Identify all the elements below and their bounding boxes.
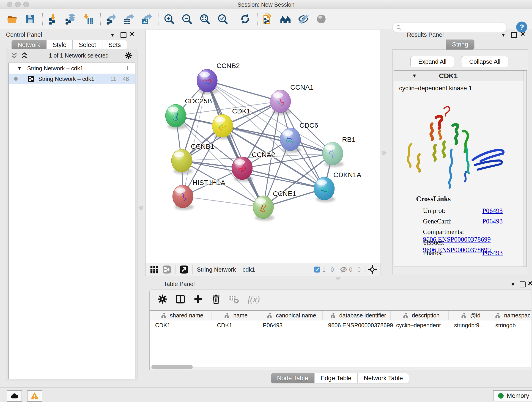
function-builder-button[interactable]: f(x) bbox=[248, 294, 260, 304]
column-header-name[interactable]: name bbox=[211, 311, 257, 320]
crosslink-link[interactable]: P06493 bbox=[482, 249, 503, 256]
warnings-button[interactable] bbox=[27, 390, 42, 402]
zoom-selected-button[interactable] bbox=[216, 13, 229, 26]
table-cell[interactable]: CDK1 bbox=[211, 320, 257, 330]
hidden-eye-icon[interactable] bbox=[340, 266, 347, 273]
table-cell[interactable]: 9606.ENSP00000378699 bbox=[323, 320, 391, 330]
birdseye-view-icon[interactable] bbox=[150, 265, 159, 274]
tab-network-table[interactable]: Network Table bbox=[358, 373, 409, 383]
save-session-button[interactable] bbox=[24, 13, 37, 26]
panel-menu-icon[interactable]: ▼ bbox=[501, 32, 506, 38]
tab-string[interactable]: String bbox=[446, 39, 475, 50]
column-header-shared-name[interactable]: shared name bbox=[150, 311, 211, 320]
expand-all-icon[interactable] bbox=[20, 51, 28, 59]
scrollbar-thumb[interactable] bbox=[152, 365, 193, 369]
annotation-mode-icon[interactable] bbox=[162, 265, 171, 274]
network-tree-row[interactable]: ▼ String Network – cdk1 1 bbox=[9, 63, 135, 74]
memory-button[interactable]: Memory bbox=[493, 390, 532, 401]
string-home-button[interactable] bbox=[279, 13, 292, 26]
crosslink-link[interactable]: P06493 bbox=[482, 217, 503, 225]
detach-view-icon[interactable] bbox=[180, 265, 188, 274]
zoom-out-button[interactable] bbox=[181, 13, 193, 26]
network-list-toolbar: 1 of 1 Network selected bbox=[6, 49, 137, 62]
collapse-node-icon[interactable]: ▼ bbox=[17, 66, 22, 71]
gear-icon[interactable] bbox=[124, 51, 133, 60]
crosslink-link[interactable]: P06493 bbox=[482, 207, 503, 214]
add-column-button[interactable] bbox=[192, 293, 205, 306]
float-panel-icon[interactable] bbox=[520, 281, 526, 287]
collapse-section-icon[interactable]: ▼ bbox=[412, 73, 417, 79]
network-node-CCNA2[interactable] bbox=[232, 157, 253, 180]
export-image-button[interactable] bbox=[140, 13, 153, 26]
float-panel-icon[interactable] bbox=[120, 32, 127, 38]
close-panel-icon[interactable]: × bbox=[130, 31, 134, 37]
tab-node-table[interactable]: Node Table bbox=[271, 373, 314, 383]
network-tree-row[interactable]: String Network – cdk1 11 48 bbox=[9, 74, 135, 84]
zoom-in-button[interactable] bbox=[163, 13, 176, 26]
network-node-CCNB1[interactable] bbox=[171, 149, 192, 172]
delete-column-button[interactable] bbox=[210, 293, 222, 306]
table-settings-button[interactable] bbox=[156, 293, 169, 306]
hide-selected-button[interactable] bbox=[297, 13, 310, 26]
column-header-description[interactable]: description bbox=[391, 311, 449, 320]
collapse-all-button[interactable]: Collapse All bbox=[461, 56, 508, 67]
memory-status-dot bbox=[498, 393, 504, 399]
table-cell[interactable]: CDK1 bbox=[150, 320, 211, 330]
table-cell[interactable]: cyclin–dependent ... bbox=[391, 320, 449, 330]
delete-table-button[interactable] bbox=[228, 293, 240, 306]
table-cell[interactable]: stringdb:9... bbox=[449, 320, 490, 330]
node-label: RB1 bbox=[342, 136, 355, 143]
network-node-CDC25B[interactable] bbox=[165, 104, 186, 127]
expand-all-button[interactable]: Expand All bbox=[410, 56, 454, 67]
toggle-panes-button[interactable] bbox=[174, 293, 187, 306]
panel-menu-icon[interactable]: ▼ bbox=[510, 281, 515, 287]
export-network-button[interactable] bbox=[104, 13, 117, 26]
network-node-CCNE1[interactable] bbox=[253, 196, 273, 219]
gene-section-header[interactable]: ▼ CDK1 bbox=[394, 70, 526, 81]
import-database-button[interactable] bbox=[64, 13, 77, 26]
selected-checkbox-icon[interactable] bbox=[314, 266, 321, 273]
preview-button[interactable] bbox=[315, 13, 328, 26]
network-edge[interactable] bbox=[207, 81, 263, 207]
left-splitter-handle[interactable] bbox=[139, 206, 143, 210]
refresh-layout-button[interactable] bbox=[239, 13, 252, 26]
float-panel-icon[interactable] bbox=[511, 32, 517, 38]
table-cell[interactable]: stringdb bbox=[490, 320, 531, 330]
open-session-button[interactable] bbox=[6, 13, 19, 26]
network-node-HIST1H1A[interactable] bbox=[172, 185, 193, 208]
table-row[interactable]: CDK1CDK1P064939606.ENSP00000378699cyclin… bbox=[150, 320, 531, 330]
search-input[interactable] bbox=[404, 24, 501, 31]
move-crosshair-icon[interactable] bbox=[368, 265, 377, 274]
tab-network[interactable]: Network bbox=[12, 40, 46, 50]
import-table-button[interactable] bbox=[82, 13, 95, 26]
tab-style[interactable]: Style bbox=[46, 40, 73, 50]
share-document-button[interactable] bbox=[261, 13, 274, 26]
network-node-CDKN1A[interactable] bbox=[314, 177, 335, 200]
import-network-button[interactable] bbox=[46, 13, 59, 26]
tab-edge-table[interactable]: Edge Table bbox=[314, 373, 358, 383]
close-panel-icon[interactable]: × bbox=[528, 280, 532, 286]
table-horizontal-scrollbar[interactable] bbox=[151, 365, 529, 369]
network-node-RB1[interactable] bbox=[322, 142, 343, 165]
column-header-canonical-name[interactable]: canonical name bbox=[257, 311, 323, 320]
network-node-CDC6[interactable] bbox=[280, 128, 301, 151]
column-header-namespace[interactable]: namespace bbox=[490, 311, 531, 320]
close-panel-icon[interactable]: × bbox=[520, 31, 525, 37]
right-splitter-handle[interactable] bbox=[382, 151, 386, 155]
export-table-button[interactable] bbox=[122, 13, 135, 26]
column-header-database-identifier[interactable]: database identifier bbox=[323, 311, 391, 320]
network-edge[interactable] bbox=[183, 196, 263, 207]
cloud-status-button[interactable] bbox=[7, 390, 22, 402]
network-canvas[interactable]: CCNB2CCNA1CDC25BCDK1CDC6RB1CCNB1CCNA2CDK… bbox=[145, 30, 381, 263]
network-node-CCNB2[interactable] bbox=[197, 69, 217, 92]
results-scrollbar[interactable] bbox=[524, 70, 526, 267]
tab-sets[interactable]: Sets bbox=[102, 40, 127, 50]
network-node-CDK1[interactable] bbox=[212, 114, 233, 137]
tab-select[interactable]: Select bbox=[73, 40, 102, 50]
network-node-CCNA1[interactable] bbox=[270, 90, 291, 113]
zoom-fit-button[interactable] bbox=[198, 13, 211, 26]
collapse-all-icon[interactable] bbox=[10, 51, 18, 59]
table-cell[interactable]: P06493 bbox=[257, 320, 323, 330]
column-header-id[interactable]: @id bbox=[449, 311, 490, 320]
panel-menu-icon[interactable]: ▼ bbox=[110, 32, 115, 38]
